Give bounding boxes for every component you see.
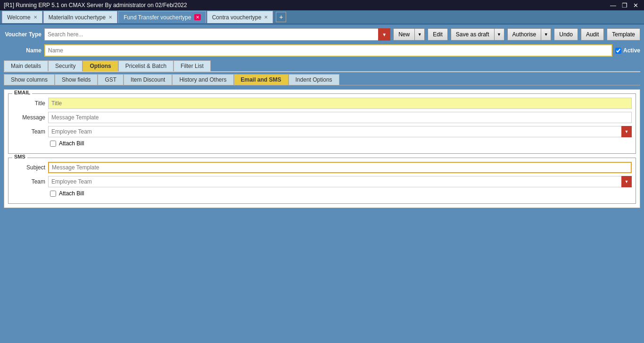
voucher-type-dropdown-button[interactable]: ▼	[378, 28, 390, 41]
tab-label: Welcome	[7, 14, 31, 21]
tab-close-fundtransfer[interactable]: ✕	[194, 14, 201, 20]
sub-tabs: Show columns Show fields GST Item Discou…	[4, 74, 640, 85]
email-team-input-wrap: ▼	[48, 126, 632, 137]
authorise-button-group: Authorise ▼	[507, 28, 552, 41]
tab-materialin[interactable]: MaterialIn vouchertype ✕	[43, 11, 117, 23]
new-dropdown-arrow[interactable]: ▼	[415, 29, 424, 40]
undo-button[interactable]: Undo	[554, 28, 578, 41]
sms-team-input[interactable]	[48, 176, 632, 187]
name-label: Name	[4, 47, 41, 54]
tab-pricelist-batch[interactable]: Pricelist & Batch	[118, 60, 173, 71]
tab-options[interactable]: Options	[83, 60, 118, 71]
subtab-gst[interactable]: GST	[98, 74, 124, 85]
edit-button[interactable]: Edit	[428, 28, 448, 41]
main-content: Voucher Type ▼ New ▼ Edit Save as draft …	[0, 25, 644, 212]
maximize-button[interactable]: ❐	[620, 2, 629, 8]
subtab-item-discount[interactable]: Item Discount	[124, 74, 172, 85]
sms-section-legend: SMS	[12, 154, 27, 159]
email-message-label: Message	[12, 114, 45, 121]
tab-welcome[interactable]: Welcome ✕	[2, 11, 42, 23]
audit-button[interactable]: Audit	[581, 28, 604, 41]
email-attach-bill-label: Attach Bill	[59, 140, 84, 147]
subtab-show-fields[interactable]: Show fields	[55, 74, 98, 85]
email-team-label: Team	[12, 128, 45, 135]
add-tab-button[interactable]: +	[276, 12, 286, 22]
sms-team-input-wrap: ▼	[48, 176, 632, 187]
form-area: EMAIL Title Message Team ▼	[4, 89, 640, 208]
email-message-input[interactable]	[48, 112, 632, 123]
tab-label: Fund Transfer vouchertype	[124, 14, 191, 21]
nav-tabs: Main details Security Options Pricelist …	[4, 60, 640, 72]
voucher-type-search-wrap: ▼	[44, 28, 390, 41]
name-input[interactable]	[44, 44, 612, 57]
active-checkbox[interactable]	[615, 48, 621, 54]
tab-filter-list[interactable]: Filter List	[173, 60, 211, 71]
toolbar: Voucher Type ▼ New ▼ Edit Save as draft …	[4, 28, 640, 41]
active-label: Active	[623, 47, 640, 54]
new-button[interactable]: New	[394, 29, 415, 40]
title-text: [R1] Running ERP 5.1 on CMAX Server By a…	[4, 2, 187, 8]
new-button-group: New ▼	[393, 28, 425, 41]
sms-section: SMS Subject Team ▼ Attach Bill	[8, 158, 636, 204]
email-title-input[interactable]	[48, 98, 632, 109]
tab-main-details[interactable]: Main details	[4, 60, 48, 71]
sms-attach-bill-checkbox[interactable]	[50, 191, 56, 197]
minimize-button[interactable]: —	[608, 2, 618, 8]
email-title-row: Title	[12, 98, 632, 109]
tab-close-materialin[interactable]: ✕	[108, 15, 112, 20]
email-message-row: Message	[12, 112, 632, 123]
tab-label: MaterialIn vouchertype	[49, 14, 106, 21]
save-as-draft-dropdown-arrow[interactable]: ▼	[495, 29, 504, 40]
name-row: Name Active	[4, 44, 640, 57]
voucher-type-label: Voucher Type	[4, 31, 41, 38]
email-section-legend: EMAIL	[12, 90, 32, 95]
sms-attach-bill-row: Attach Bill	[50, 190, 632, 197]
voucher-type-search-input[interactable]	[44, 28, 390, 41]
email-team-row: Team ▼	[12, 126, 632, 137]
tab-security[interactable]: Security	[48, 60, 83, 71]
active-checkbox-wrap: Active	[615, 47, 640, 54]
tab-bar: Welcome ✕ MaterialIn vouchertype ✕ Fund …	[0, 10, 644, 25]
sms-team-label: Team	[12, 178, 45, 185]
save-as-draft-button-group: Save as draft ▼	[451, 28, 504, 41]
authorise-button[interactable]: Authorise	[508, 29, 542, 40]
sms-subject-input[interactable]	[48, 162, 632, 173]
window-controls: — ❐ ✕	[608, 2, 640, 8]
subtab-email-sms[interactable]: Email and SMS	[234, 74, 289, 85]
email-team-dropdown-button[interactable]: ▼	[621, 126, 632, 137]
save-as-draft-button[interactable]: Save as draft	[451, 29, 495, 40]
subtab-history-others[interactable]: History and Others	[172, 74, 233, 85]
subtab-show-columns[interactable]: Show columns	[4, 74, 55, 85]
email-attach-bill-checkbox[interactable]	[50, 141, 56, 147]
close-button[interactable]: ✕	[631, 2, 640, 8]
sms-subject-row: Subject	[12, 162, 632, 173]
tab-close-contra[interactable]: ✕	[264, 15, 268, 20]
tab-close-welcome[interactable]: ✕	[33, 15, 37, 20]
tab-label: Contra vouchertype	[212, 14, 262, 21]
email-attach-bill-row: Attach Bill	[50, 140, 632, 147]
subtab-indent-options[interactable]: Indent Options	[289, 74, 339, 85]
sms-subject-label: Subject	[12, 164, 45, 171]
sms-team-row: Team ▼	[12, 176, 632, 187]
tab-fundtransfer[interactable]: Fund Transfer vouchertype ✕	[118, 11, 206, 23]
email-section: EMAIL Title Message Team ▼	[8, 93, 636, 154]
email-title-label: Title	[12, 100, 45, 107]
sms-attach-bill-label: Attach Bill	[59, 190, 84, 197]
authorise-dropdown-arrow[interactable]: ▼	[541, 29, 551, 40]
email-team-input[interactable]	[48, 126, 632, 137]
title-bar: [R1] Running ERP 5.1 on CMAX Server By a…	[0, 0, 644, 10]
tab-contra[interactable]: Contra vouchertype ✕	[207, 11, 273, 23]
template-button[interactable]: Template	[607, 28, 640, 41]
sms-team-dropdown-button[interactable]: ▼	[621, 176, 632, 187]
